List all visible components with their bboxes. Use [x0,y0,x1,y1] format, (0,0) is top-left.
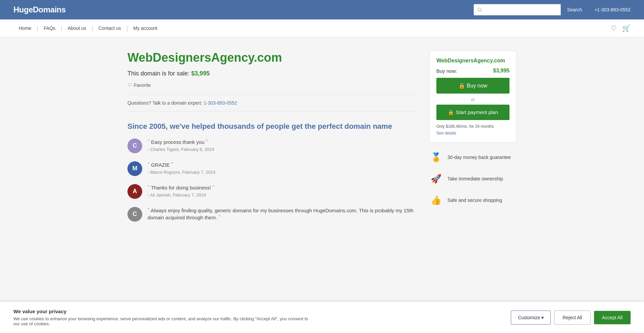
nav-faqs[interactable]: FAQs [38,19,61,37]
review-quote: “ GRAZIE ” [148,161,416,168]
or-separator: or [436,97,509,102]
review-quote: “ Thanks for doing business! ” [148,184,416,191]
review-content: “ Always enjoy finding quality, generic … [148,207,416,222]
review-item: A “ Thanks for doing business! ” - Ali J… [127,184,416,199]
buy-now-label: Buy now: [436,68,457,74]
review-meta: - Marco Rognoni, February 7, 2024 [148,170,416,175]
review-meta: - Charles Tigard, February 8, 2024 [148,147,416,152]
review-quote: “ Easy process thank you ” [148,138,416,146]
sidebar: WebDesignersAgency.com Buy now: $3,995 🔒… [429,51,517,215]
nav-icons: ♡ 🛒 [611,24,631,32]
nav-home[interactable]: Home [13,19,37,37]
secure-text: Safe and secure shopping [447,198,502,203]
see-details-link[interactable]: See details [436,131,456,135]
nav-about[interactable]: About us [62,19,92,37]
header: HugeDomains Search +1-303-893-0552 [0,0,644,19]
search-wrapper: Search [474,4,588,15]
for-sale-text: This domain is for sale: $3,995 [127,70,416,77]
trust-item-guarantee: 🏅 30-day money back guarantee [429,151,517,164]
review-item: C “ Easy process thank you ” - Charles T… [127,138,416,153]
nav-links: Home | FAQs | About us | Contact us | My… [13,19,163,37]
main-content: WebDesignersAgency.com This domain is fo… [121,37,523,244]
avatar: C [127,138,142,153]
search-input[interactable] [474,4,561,15]
purchase-card: WebDesignersAgency.com Buy now: $3,995 🔒… [429,51,517,143]
review-content: “ Easy process thank you ” - Charles Tig… [148,138,416,152]
close-quote: ” [219,214,221,221]
expert-phone-link[interactable]: 1-303-893-0552 [204,100,237,106]
guarantee-icon: 🏅 [429,151,443,164]
close-quote: ” [212,184,214,191]
favorite-label: Favorite [134,82,151,88]
payment-detail: Only $166.46/mo. for 24 months [436,124,509,129]
domain-price: $3,995 [191,70,210,77]
trust-item-ownership: 🚀 Take immediate ownership [429,172,517,185]
sidebar-domain-name: WebDesignersAgency.com [436,58,509,64]
review-item: M “ GRAZIE ” - Marco Rognoni, February 7… [127,161,416,176]
review-content: “ GRAZIE ” - Marco Rognoni, February 7, … [148,161,416,175]
header-phone: +1-303-893-0552 [594,7,631,12]
ownership-text: Take immediate ownership [447,176,503,181]
content-area: WebDesignersAgency.com This domain is fo… [127,51,416,230]
close-quote: ” [206,138,208,145]
expert-question: Questions? Talk to a domain expert: [127,100,202,106]
nav-account[interactable]: My account [128,19,163,37]
review-meta: - Ali Janneh, February 7, 2024 [148,192,416,198]
main-nav: Home | FAQs | About us | Contact us | My… [0,19,644,37]
search-button[interactable]: Search [561,4,588,15]
cart-icon[interactable]: 🛒 [622,24,631,32]
open-quote: “ [148,184,150,191]
open-quote: “ [148,161,150,168]
avatar: A [127,184,142,199]
review-content: “ Thanks for doing business! ” - Ali Jan… [148,184,416,198]
wishlist-icon[interactable]: ♡ [611,24,617,32]
avatar: C [127,207,142,222]
site-logo: HugeDomains [13,5,66,14]
buy-now-row: Buy now: $3,995 [436,68,509,74]
domain-title: WebDesignersAgency.com [127,51,416,65]
trust-items: 🏅 30-day money back guarantee 🚀 Take imm… [429,151,517,207]
guarantee-text: 30-day money back guarantee [447,155,511,160]
expert-text: Questions? Talk to a domain expert: 1-30… [127,100,416,106]
buy-now-button[interactable]: 🔒 Buy now [436,78,509,94]
ownership-icon: 🚀 [429,172,443,185]
divider-2 [127,111,416,111]
open-quote: “ [148,138,150,145]
review-quote: “ Always enjoy finding quality, generic … [148,207,416,221]
buy-now-price: $3,995 [493,68,509,74]
divider-1 [127,95,416,95]
trust-item-secure: 👍 Safe and secure shopping [429,193,517,207]
close-quote: ” [171,161,173,168]
header-right: Search +1-303-893-0552 [474,4,631,15]
testimonials-heading: Since 2005, we've helped thousands of pe… [127,121,416,132]
favorite-button[interactable]: ♡ Favorite [127,82,151,88]
avatar: M [127,161,142,176]
heart-icon: ♡ [127,82,132,88]
secure-icon: 👍 [429,193,443,207]
payment-plan-button[interactable]: 🔒 Start payment plan [436,105,509,120]
nav-contact[interactable]: Contact us [93,19,126,37]
open-quote: “ [148,207,150,214]
for-sale-label: This domain is for sale: [127,70,190,77]
review-item: C “ Always enjoy finding quality, generi… [127,207,416,222]
